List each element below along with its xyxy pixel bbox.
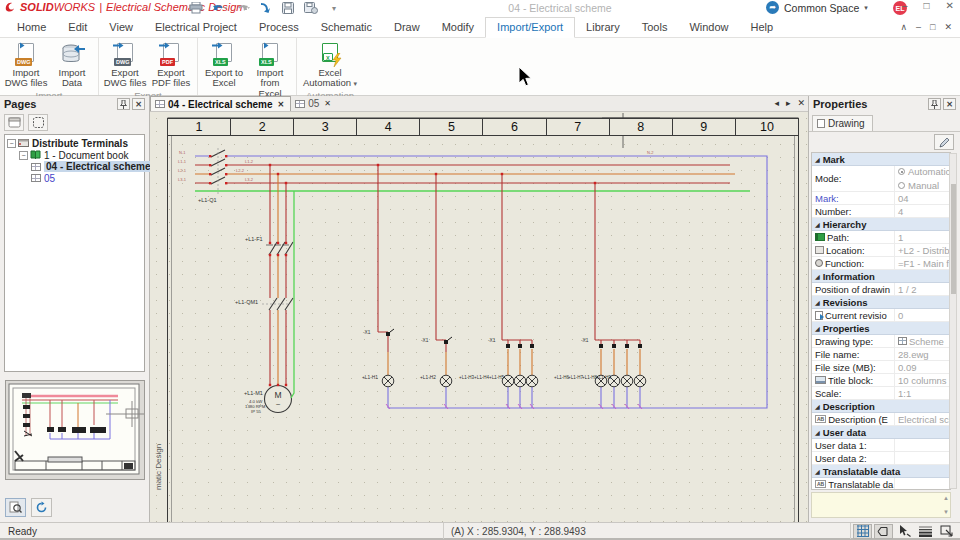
qat-more-button[interactable]: ▾ <box>326 1 342 15</box>
grid-toggle-button[interactable] <box>853 524 872 539</box>
pages-pin-button[interactable] <box>117 98 130 110</box>
tree-item-page-05[interactable]: 05 <box>5 173 144 185</box>
quick-access-toolbar: ▾ <box>188 1 342 15</box>
schematic-drawing: +L1-Q1 +L1-F1 +L1-QM1 +L1-M1 4.0 kW 1380… <box>150 112 808 522</box>
properties-scrollbar[interactable] <box>949 153 957 489</box>
menu-schematic[interactable]: Schematic <box>310 18 383 37</box>
import-from-excel-button[interactable]: XLS Import from Excel <box>248 40 292 99</box>
section-properties[interactable]: ◢Properties <box>812 322 950 335</box>
tree-item-project[interactable]: − Distribute Terminals <box>5 138 144 150</box>
menu-home[interactable]: Home <box>6 18 57 37</box>
window-document-title: 04 - Electrical scheme <box>430 2 690 14</box>
import-dwg-icon: DWG <box>12 41 40 67</box>
pages-close-button[interactable]: ✕ <box>132 98 145 110</box>
pages-panel: Pages ✕ − Distribute Terminals − 1 - Doc… <box>0 96 150 522</box>
menu-draw[interactable]: Draw <box>383 18 431 37</box>
section-mark[interactable]: ◢Mark <box>812 153 950 166</box>
line-weight-button[interactable] <box>916 524 935 539</box>
section-hierarchy[interactable]: ◢Hierarchy <box>812 218 950 231</box>
print-button[interactable] <box>188 1 204 15</box>
maximize-button[interactable]: □ <box>924 0 930 11</box>
doc-close-button[interactable]: ✕ <box>944 22 952 32</box>
section-revisions[interactable]: ◢Revisions <box>812 296 950 309</box>
doc-tab-05[interactable]: 05 ✕ <box>291 96 337 111</box>
update-arrow-button[interactable] <box>257 1 273 15</box>
tab-scroll-left-button[interactable]: ◂ <box>774 98 779 108</box>
drawing-frame <box>168 118 799 522</box>
prop-row-mode: Mode: Automatic Manual <box>812 166 950 192</box>
mode-automatic-radio[interactable] <box>898 168 905 175</box>
excel-automation-button[interactable]: X Excel Automation ▾ <box>301 40 359 89</box>
export-dwg-button[interactable]: DWG Export DWG files <box>103 40 147 89</box>
thumbnail-zoom-button[interactable] <box>5 498 26 517</box>
save-button[interactable] <box>280 1 296 15</box>
snap-toggle-button[interactable] <box>874 524 893 539</box>
tab-strip-close-button[interactable]: ✕ <box>797 98 805 108</box>
section-description[interactable]: ◢Description <box>812 400 950 413</box>
menu-library[interactable]: Library <box>575 18 631 37</box>
doc-tab-04[interactable]: 04 - Electrical scheme ✕ <box>150 96 291 111</box>
section-user-data[interactable]: ◢User data <box>812 426 950 439</box>
section-information[interactable]: ◢Information <box>812 270 950 283</box>
tree-collapse-icon[interactable]: − <box>19 151 28 160</box>
import-dwg-button[interactable]: DWG Import DWG files <box>4 40 48 89</box>
zoom-area-button[interactable] <box>937 524 956 539</box>
edit-properties-button[interactable] <box>934 134 954 150</box>
properties-close-button[interactable]: ✕ <box>943 98 956 110</box>
thumbnail-refresh-button[interactable] <box>31 498 52 517</box>
tree-item-book[interactable]: − 1 - Document book <box>5 150 144 162</box>
menu-window[interactable]: Window <box>678 18 739 37</box>
ribbon: DWG Import DWG files Import Data Import … <box>0 38 960 96</box>
wire-labels: N-1 L1-1 L2-1 L3-1 N-2 L1-2 L2-2 L3-2 <box>178 150 654 182</box>
doc-minimize-button[interactable]: – <box>916 22 921 32</box>
menu-process[interactable]: Process <box>248 18 310 37</box>
scroll-up-icon[interactable]: ▲ <box>943 495 949 501</box>
redo-button[interactable] <box>234 1 250 15</box>
menu-import-export[interactable]: Import/Export <box>485 17 575 38</box>
label-x1: -X1 <box>421 338 429 343</box>
selection-filter-button[interactable] <box>895 524 914 539</box>
pages-tool-book-button[interactable] <box>28 114 48 131</box>
tab-close-icon[interactable]: ✕ <box>278 100 285 109</box>
menu-modify[interactable]: Modify <box>431 18 485 37</box>
prop-row-function: Function: =F1 - Main functio <box>812 257 950 270</box>
tree-item-page-04[interactable]: 04 - Electrical scheme <box>5 161 144 173</box>
export-to-excel-button[interactable]: XLS Export to Excel <box>202 40 246 99</box>
schematic-canvas[interactable]: +L1-Q1 +L1-F1 +L1-QM1 +L1-M1 4.0 kW 1380… <box>150 112 808 522</box>
location-icon <box>815 246 824 254</box>
book-icon <box>815 233 825 241</box>
properties-panel-title: Properties <box>813 98 867 110</box>
mode-manual-radio[interactable] <box>898 182 905 189</box>
workspace-icon: ➦ <box>766 1 779 14</box>
ribbon-collapse-button[interactable]: ∧ <box>900 22 907 32</box>
schematic-wires <box>195 148 767 413</box>
workspace-selector[interactable]: ➦ Common Space ▾ <box>766 1 868 14</box>
minimize-button[interactable]: – <box>902 0 908 11</box>
export-pdf-icon: PDF <box>157 41 185 67</box>
menu-view[interactable]: View <box>98 18 144 37</box>
label-q1: +L1-Q1 <box>198 197 217 203</box>
undo-button[interactable] <box>211 1 227 15</box>
export-pdf-button[interactable]: PDF Export PDF files <box>149 40 193 89</box>
properties-tab-drawing[interactable]: Drawing <box>812 115 873 131</box>
tab-scroll-right-button[interactable]: ▸ <box>786 98 791 108</box>
page-thumbnail[interactable] <box>5 380 145 480</box>
properties-pin-button[interactable] <box>928 98 941 110</box>
prop-row-file-name: File name: 28.ewg <box>812 348 950 361</box>
pages-tool-page-button[interactable] <box>4 114 24 131</box>
save-all-button[interactable] <box>303 1 319 15</box>
menu-tools[interactable]: Tools <box>631 18 679 37</box>
close-button[interactable]: ✕ <box>946 0 954 11</box>
section-translatable-data[interactable]: ◢Translatable data <box>812 465 950 478</box>
menu-help[interactable]: Help <box>740 18 785 37</box>
menu-electrical-project[interactable]: Electrical Project <box>144 18 248 37</box>
prop-row-scale: Scale: 1:1 <box>812 387 950 400</box>
ruler-cell: 9 <box>673 119 736 135</box>
tab-close-icon[interactable]: ✕ <box>324 99 331 108</box>
menu-edit[interactable]: Edit <box>57 18 98 37</box>
scroll-down-icon[interactable]: ▼ <box>943 509 949 515</box>
import-data-button[interactable]: Import Data <box>50 40 94 89</box>
ruler-cell: 7 <box>547 119 610 135</box>
tree-collapse-icon[interactable]: − <box>7 139 16 148</box>
doc-restore-button[interactable]: □ <box>930 22 935 32</box>
